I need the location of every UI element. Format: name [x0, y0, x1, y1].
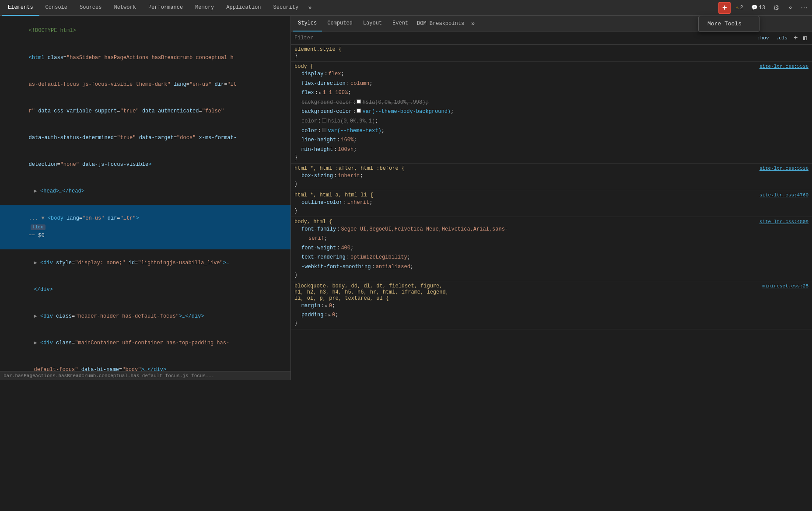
html-line-html3[interactable]: r" data-css-variable-support="true" data… [0, 98, 290, 125]
more-tools-popup: More Tools [698, 16, 760, 32]
filter-sidebar-button[interactable]: ◧ [802, 33, 808, 42]
html-line-head[interactable]: ▶ <head>…</head> [0, 178, 290, 205]
tab-network[interactable]: Network [108, 0, 142, 16]
styles-content[interactable]: element.style { } body { site-ltr.css:55… [291, 45, 812, 380]
css-prop-display: display: flex; [294, 70, 808, 79]
remote-debug-button[interactable]: ⚬ [784, 2, 796, 14]
html-line-main-container2[interactable]: default-focus" data-bi-name="body">…</di… [0, 357, 290, 371]
filter-plus-button[interactable]: + [792, 34, 800, 42]
tab-computed[interactable]: Computed [322, 16, 358, 32]
tab-layout[interactable]: Layout [358, 16, 387, 32]
tab-dom-breakpoints[interactable]: DOM Breakpoints [413, 21, 468, 27]
warning-icon: ⚠ [735, 4, 738, 11]
tab-performance[interactable]: Performance [142, 0, 189, 16]
html-line-header-holder[interactable]: ▶ <div class="header-holder has-default-… [0, 303, 290, 330]
more-tools-item[interactable]: More Tools [699, 16, 759, 32]
css-prop-min-height: min-height: 100vh; [294, 145, 808, 155]
css-rule-blockquote: blockquote, body, dd, dl, dt, fieldset, … [291, 281, 812, 329]
css-prop-line-height: line-height: 160%; [294, 136, 808, 145]
css-prop-flex: flex: ▶1 1 100%; [294, 88, 808, 98]
css-prop-font-family-cont: serif; [294, 234, 808, 244]
tabs-overflow-button[interactable]: » [304, 0, 315, 16]
info-icon: 💬 [751, 4, 758, 11]
elements-status-bar: bar.hasPageActions.hasBreadcrumb.concept… [0, 371, 290, 380]
html-line-div-lightning[interactable]: ▶ <div style="display: none;" id="lightn… [0, 249, 290, 276]
html-line-html5[interactable]: detection="none" data-js-focus-visible> [0, 151, 290, 178]
css-prop-webkit-font-smoothing: -webkit-font-smoothing: antialiased; [294, 262, 808, 272]
elements-content[interactable]: <!DOCTYPE html> <html class="hasSidebar … [0, 16, 290, 371]
css-source-link[interactable]: site-ltr.css:5536 [760, 64, 808, 69]
css-source-link-5[interactable]: minireset.css:25 [762, 284, 808, 289]
css-rule-html-a-li: html *, html a, html li { site-ltr.css:4… [291, 190, 812, 217]
styles-tabs-overflow[interactable]: » [468, 20, 478, 27]
filter-input[interactable] [294, 35, 753, 41]
css-prop-font-family: font-family: Segoe UI,SegoeUI,Helvetica … [294, 225, 808, 234]
more-options-button[interactable]: ⋯ [798, 2, 810, 14]
color-swatch-4[interactable] [322, 128, 326, 132]
css-prop-margin: margin: ▶ 0; [294, 301, 808, 311]
html-line-main-container[interactable]: ▶ <div class="mainContainer uhf-containe… [0, 330, 290, 357]
tab-sources[interactable]: Sources [74, 0, 108, 16]
css-source-link-4[interactable]: site-ltr.css:4509 [760, 219, 808, 224]
tab-event[interactable]: Event [387, 16, 413, 32]
tab-styles[interactable]: Styles [293, 16, 322, 32]
html-line-div-lightning-close[interactable]: </div> [0, 276, 290, 303]
css-prop-bg-color-strike: background-color: hsla(0,0%,100%,.998); [294, 98, 808, 108]
css-rule-html-star: html *, html :after, html :before { site… [291, 164, 812, 190]
filter-hov-button[interactable]: :hov [755, 35, 771, 42]
color-swatch-3[interactable] [322, 118, 326, 122]
tab-security[interactable]: Security [267, 0, 305, 16]
css-prop-padding: padding: ▶ 0; [294, 311, 808, 320]
color-swatch[interactable] [357, 99, 361, 104]
css-rule-body: body { site-ltr.css:5536 display: flex; … [291, 62, 812, 164]
styles-panel: Styles Computed Layout Event DOM Breakpo… [291, 16, 812, 380]
html-line-html[interactable]: <html class="hasSidebar hasPageActions h… [0, 44, 290, 71]
css-source-link-3[interactable]: site-ltr.css:4760 [760, 192, 808, 198]
info-badge[interactable]: 💬 13 [748, 4, 768, 12]
css-prop-bg-color: background-color: var(--theme-body-backg… [294, 107, 808, 117]
html-line-doctype[interactable]: <!DOCTYPE html> [0, 18, 290, 44]
add-tab-button[interactable]: + [718, 2, 731, 14]
filter-bar: :hov .cls + ◧ [291, 32, 812, 45]
css-prop-color-strike: color: hsla(0,0%,9%,1); [294, 117, 808, 126]
css-rule-element-style: element.style { } [291, 45, 812, 62]
warning-badge[interactable]: ⚠ 2 [732, 4, 746, 12]
css-source-link-2[interactable]: site-ltr.css:5536 [760, 166, 808, 171]
css-rule-body-html: body, html { site-ltr.css:4509 font-fami… [291, 217, 812, 281]
css-prop-box-sizing: box-sizing: inherit; [294, 172, 808, 181]
tab-memory[interactable]: Memory [189, 0, 220, 16]
html-line-html2[interactable]: as-default-focus js-focus-visible theme-… [0, 71, 290, 98]
tab-console[interactable]: Console [39, 0, 74, 16]
html-line-body[interactable]: ... ▼ <body lang="en-us" dir="ltr"> flex… [0, 205, 290, 249]
filter-cls-button[interactable]: .cls [774, 35, 790, 42]
tab-application[interactable]: Application [220, 0, 267, 16]
css-prop-font-weight: font-weight: 400; [294, 244, 808, 253]
css-prop-color: color: var(--theme-text); [294, 126, 808, 136]
css-prop-text-rendering: text-rendering: optimizeLegibility; [294, 253, 808, 262]
css-prop-flex-direction: flex-direction: column; [294, 79, 808, 89]
tab-elements[interactable]: Elements [2, 0, 39, 16]
settings-button[interactable]: ⚙ [770, 2, 782, 14]
elements-panel: <!DOCTYPE html> <html class="hasSidebar … [0, 16, 291, 380]
tab-actions-group: + ⚠ 2 💬 13 ⚙ ⚬ ⋯ [718, 2, 810, 14]
devtools-tab-bar: Elements Console Sources Network Perform… [0, 0, 812, 16]
devtools-body: <!DOCTYPE html> <html class="hasSidebar … [0, 16, 812, 380]
html-line-html4[interactable]: data-auth-status-determined="true" data-… [0, 125, 290, 151]
color-swatch-2[interactable] [357, 108, 361, 113]
css-prop-outline-color: outline-color: inherit; [294, 198, 808, 208]
